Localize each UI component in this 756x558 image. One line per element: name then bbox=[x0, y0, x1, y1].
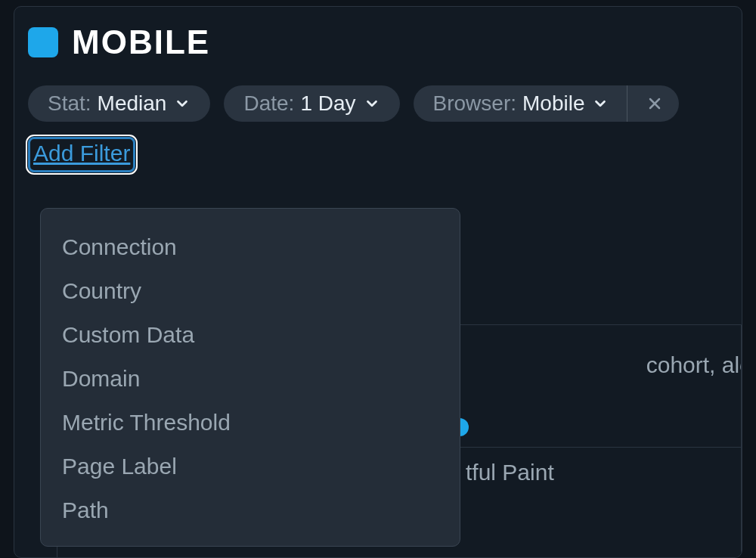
add-filter-button[interactable]: Add Filter bbox=[28, 137, 135, 172]
dropdown-item-country[interactable]: Country bbox=[41, 269, 460, 313]
dropdown-item-metric-threshold[interactable]: Metric Threshold bbox=[41, 401, 460, 445]
date-filter-value: 1 Day bbox=[300, 93, 355, 114]
date-filter-pill[interactable]: Date: 1 Day bbox=[224, 85, 399, 122]
dropdown-item-page-label[interactable]: Page Label bbox=[41, 445, 460, 488]
dropdown-item-domain[interactable]: Domain bbox=[41, 357, 460, 401]
panel-title: MOBILE bbox=[72, 23, 210, 61]
filters-row: Stat: Median Date: 1 Day Browser: Mobile bbox=[28, 85, 728, 122]
cohort-panel: MOBILE Stat: Median Date: 1 Day Browser:… bbox=[14, 6, 742, 558]
remove-filter-button[interactable] bbox=[634, 95, 664, 113]
browser-filter-pill[interactable]: Browser: Mobile bbox=[414, 85, 680, 122]
stat-filter-key: Stat: bbox=[48, 93, 91, 114]
chevron-down-icon bbox=[364, 95, 380, 112]
add-filter-wrap: Add Filter bbox=[28, 137, 728, 172]
dropdown-item-path[interactable]: Path bbox=[41, 488, 460, 532]
chevron-down-icon bbox=[174, 95, 191, 112]
stat-filter-pill[interactable]: Stat: Median bbox=[28, 85, 210, 122]
dropdown-item-connection[interactable]: Connection bbox=[41, 225, 460, 269]
cohort-color-swatch[interactable] bbox=[28, 27, 58, 57]
browser-filter-key: Browser: bbox=[433, 93, 516, 114]
panel-header: MOBILE bbox=[28, 23, 728, 61]
metrics-description-text: cohort, along with the diff bbox=[646, 352, 742, 377]
browser-filter-value: Mobile bbox=[522, 93, 584, 114]
add-filter-dropdown: Connection Country Custom Data Domain Me… bbox=[40, 208, 460, 547]
chevron-down-icon bbox=[592, 95, 609, 112]
pill-divider bbox=[627, 85, 627, 122]
dropdown-item-custom-data[interactable]: Custom Data bbox=[41, 313, 460, 357]
date-filter-key: Date: bbox=[243, 93, 294, 114]
metric-row-label: tful Paint bbox=[466, 460, 554, 485]
stat-filter-value: Median bbox=[98, 93, 167, 114]
